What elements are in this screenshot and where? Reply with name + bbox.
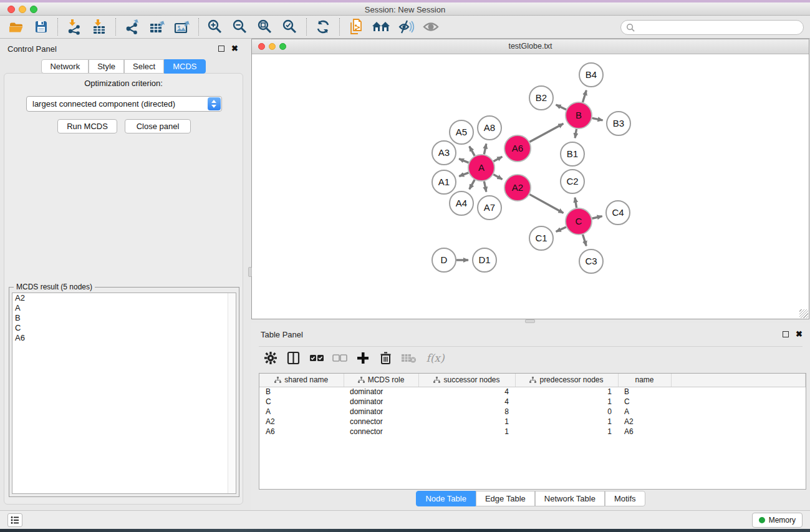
table-cell[interactable]: 8 — [418, 407, 515, 417]
network-from-selection-icon[interactable] — [344, 17, 369, 36]
deselect-all-icon[interactable] — [328, 349, 351, 367]
table-cell[interactable]: 1 — [515, 387, 618, 397]
edge-A6-B[interactable] — [529, 123, 563, 142]
network-node-A3[interactable]: A3 — [432, 141, 456, 165]
table-row[interactable]: Cdominator41C — [259, 397, 806, 407]
import-table-icon[interactable] — [87, 17, 112, 36]
column-header-shared-name[interactable]: shared name — [259, 374, 344, 387]
table-cell[interactable]: A2 — [618, 417, 671, 427]
network-node-A4[interactable]: A4 — [450, 191, 473, 215]
network-node-A[interactable]: A — [468, 155, 494, 181]
mcds-result-item[interactable]: A6 — [12, 333, 236, 343]
edge-C-C2[interactable] — [575, 198, 577, 208]
network-node-A5[interactable]: A5 — [450, 120, 473, 144]
edge-B-B3[interactable] — [592, 118, 603, 120]
network-node-B2[interactable]: B2 — [529, 86, 553, 110]
first-neighbors-icon[interactable] — [369, 17, 393, 36]
table-settings-icon[interactable] — [259, 349, 282, 367]
search-field[interactable] — [620, 20, 804, 35]
criterion-dropdown[interactable]: largest connected component (directed) — [26, 96, 222, 112]
network-node-A1[interactable]: A1 — [432, 170, 456, 194]
network-node-B1[interactable]: B1 — [561, 142, 584, 166]
save-session-icon[interactable] — [29, 17, 54, 36]
column-header-name[interactable]: name — [618, 374, 671, 387]
result-list-scrollbar[interactable] — [228, 293, 236, 493]
column-header-MCDS-role[interactable]: MCDS role — [344, 374, 418, 387]
edge-A-A6[interactable] — [493, 157, 502, 161]
table-cell[interactable]: 1 — [515, 427, 618, 437]
edge-C-C4[interactable] — [592, 216, 602, 219]
table-cell[interactable]: 0 — [515, 407, 618, 417]
export-network-icon[interactable] — [120, 17, 145, 36]
edge-A-A4[interactable] — [470, 180, 475, 189]
apply-layout-icon[interactable] — [311, 17, 335, 36]
table-cell[interactable]: 4 — [418, 387, 515, 397]
column-header-predecessor-nodes[interactable]: predecessor nodes — [515, 374, 618, 387]
mcds-result-item[interactable]: A — [12, 303, 236, 313]
mcds-result-list[interactable]: A2ABCA6 — [12, 293, 236, 494]
network-node-A6[interactable]: A6 — [504, 135, 531, 162]
table-cell[interactable]: 1 — [418, 417, 515, 427]
table-cell[interactable]: dominator — [344, 397, 418, 407]
network-node-B3[interactable]: B3 — [607, 112, 630, 135]
control-tab-select[interactable]: Select — [124, 59, 164, 74]
mcds-result-item[interactable]: C — [12, 323, 236, 333]
task-history-button[interactable] — [7, 513, 22, 527]
edge-A-A1[interactable] — [459, 173, 468, 177]
table-tab-edge-table[interactable]: Edge Table — [476, 491, 535, 506]
zoom-selected-icon[interactable] — [277, 17, 302, 36]
table-cell[interactable]: 1 — [515, 417, 618, 427]
node-table[interactable]: shared nameMCDS rolesuccessor nodesprede… — [259, 373, 806, 490]
close-panel-icon[interactable]: ✖ — [231, 44, 238, 53]
export-image-icon[interactable] — [170, 17, 195, 36]
window-resize-grip[interactable] — [799, 309, 808, 318]
function-builder-icon[interactable]: f(x) — [420, 349, 450, 367]
export-table-icon[interactable] — [145, 17, 170, 36]
network-node-C[interactable]: C — [566, 208, 592, 235]
table-cell[interactable]: dominator — [344, 387, 418, 397]
table-tab-node-table[interactable]: Node Table — [416, 491, 476, 506]
control-tab-style[interactable]: Style — [89, 59, 124, 74]
delete-table-icon[interactable] — [397, 349, 420, 367]
table-cell[interactable]: 1 — [515, 397, 618, 407]
edge-B-B1[interactable] — [575, 129, 576, 138]
column-header-successor-nodes[interactable]: successor nodes — [418, 374, 515, 387]
control-tab-network[interactable]: Network — [41, 59, 89, 74]
add-column-icon[interactable] — [351, 349, 374, 367]
table-row[interactable]: A2connector11A2 — [259, 417, 806, 427]
column-visibility-icon[interactable] — [282, 349, 305, 367]
table-row[interactable]: A6connector11A6 — [259, 427, 806, 437]
zoom-in-icon[interactable] — [203, 17, 228, 36]
memory-button[interactable]: Memory — [752, 513, 803, 528]
table-cell[interactable]: dominator — [344, 407, 418, 417]
table-cell[interactable]: connector — [344, 427, 418, 437]
edge-A-A3[interactable] — [459, 159, 468, 163]
close-panel-button[interactable]: Close panel — [125, 119, 191, 133]
network-node-A8[interactable]: A8 — [478, 116, 501, 140]
edge-C-C3[interactable] — [583, 235, 587, 246]
select-all-icon[interactable] — [305, 349, 328, 367]
table-cell[interactable]: 1 — [418, 427, 515, 437]
run-mcds-button[interactable]: Run MCDS — [57, 119, 117, 133]
network-node-B4[interactable]: B4 — [579, 63, 603, 87]
table-cell[interactable]: C — [259, 397, 344, 407]
open-file-icon[interactable] — [4, 17, 29, 36]
table-cell[interactable]: B — [259, 387, 344, 397]
table-tab-network-table[interactable]: Network Table — [535, 491, 605, 506]
mcds-result-item[interactable]: A2 — [12, 293, 236, 303]
table-cell[interactable]: A — [618, 407, 671, 417]
edge-A-A7[interactable] — [484, 181, 486, 192]
edge-A2-C[interactable] — [529, 195, 563, 213]
table-row[interactable]: Adominator80A — [259, 407, 806, 417]
network-node-A7[interactable]: A7 — [478, 196, 501, 220]
control-tab-mcds[interactable]: MCDS — [164, 59, 205, 74]
table-tab-motifs[interactable]: Motifs — [605, 491, 645, 506]
table-float-panel-icon[interactable] — [783, 331, 789, 337]
table-cell[interactable]: A6 — [618, 427, 671, 437]
zoom-out-icon[interactable] — [228, 17, 253, 36]
edge-B-B2[interactable] — [556, 105, 567, 110]
network-node-D1[interactable]: D1 — [473, 248, 496, 272]
import-network-icon[interactable] — [62, 17, 87, 36]
network-node-C3[interactable]: C3 — [579, 249, 603, 273]
table-header-row[interactable]: shared nameMCDS rolesuccessor nodesprede… — [259, 374, 806, 387]
